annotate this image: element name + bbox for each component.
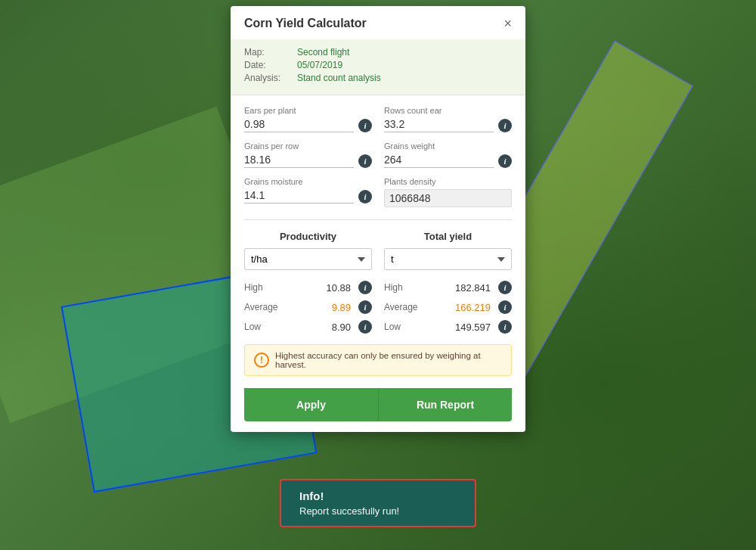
plants-density-input[interactable] (384, 189, 512, 207)
grains-moisture-value-row: i (244, 189, 372, 204)
notification-title: Info! (299, 489, 457, 502)
low-total-info-icon[interactable]: i (498, 320, 512, 334)
high-total-value: 182.841 (455, 282, 491, 294)
grains-per-row-group: Grains per row i (244, 141, 372, 168)
analysis-info-row: Analysis: Stand count analysis (244, 73, 512, 83)
average-total-value: 166.219 (455, 302, 491, 313)
date-value: 05/07/2019 (297, 60, 342, 70)
high-productivity-label: High (244, 282, 326, 293)
yield-headers: Productivity Total yield (244, 231, 512, 242)
info-notification: Info! Report succesfully run! (280, 479, 476, 527)
high-total-label: High (384, 282, 455, 293)
modal-info-section: Map: Second flight Date: 05/07/2019 Anal… (231, 39, 525, 95)
rows-count-ear-value-row: i (384, 118, 512, 132)
ears-per-plant-value-row: i (244, 118, 372, 132)
close-button[interactable]: × (503, 17, 512, 30)
grains-per-row-label: Grains per row (244, 141, 372, 151)
grains-weight-value-row: i (384, 154, 512, 168)
low-productivity-row: Low 8.90 i (244, 320, 372, 334)
high-productivity-value: 10.88 (326, 282, 351, 294)
apply-button[interactable]: Apply (244, 388, 378, 421)
average-productivity-value: 9.89 (332, 302, 351, 313)
fields-grid: Ears per plant i Rows count ear i (244, 106, 512, 207)
modal-body: Ears per plant i Rows count ear i (231, 95, 525, 432)
average-total-info-icon[interactable]: i (498, 300, 512, 314)
grains-moisture-group: Grains moisture i (244, 177, 372, 207)
high-total-row: High 182.841 i (384, 281, 512, 294)
low-total-row: Low 149.597 i (384, 320, 512, 334)
date-label: Date: (244, 60, 297, 70)
grains-moisture-info-icon[interactable]: i (358, 190, 372, 204)
ears-per-plant-info-icon[interactable]: i (358, 119, 372, 132)
analysis-value: Stand count analysis (297, 73, 381, 83)
average-total-row: Average 166.219 i (384, 300, 512, 314)
map-label: Map: (244, 47, 297, 57)
low-productivity-info-icon[interactable]: i (358, 320, 372, 334)
grains-weight-info-icon[interactable]: i (498, 154, 512, 168)
grains-weight-group: Grains weight i (384, 141, 512, 168)
productivity-header: Productivity (244, 231, 372, 242)
low-total-value: 149.597 (455, 322, 491, 333)
warning-icon: ! (254, 353, 269, 368)
high-total-info-icon[interactable]: i (498, 281, 512, 294)
average-productivity-row: Average 9.89 i (244, 300, 372, 314)
grains-per-row-value-row: i (244, 154, 372, 168)
average-total-label: Average (384, 302, 455, 312)
total-yield-header: Total yield (384, 231, 512, 242)
rows-count-ear-info-icon[interactable]: i (498, 119, 512, 132)
high-productivity-row: High 10.88 i (244, 281, 372, 294)
average-productivity-info-icon[interactable]: i (358, 300, 372, 314)
grains-weight-label: Grains weight (384, 141, 512, 151)
grains-moisture-label: Grains moisture (244, 177, 372, 186)
grains-moisture-input[interactable] (244, 189, 354, 204)
analysis-label: Analysis: (244, 73, 297, 83)
modal-title: Corn Yield Calculator (244, 17, 367, 30)
action-buttons: Apply Run Report (244, 388, 512, 421)
average-productivity-label: Average (244, 302, 332, 312)
run-report-button[interactable]: Run Report (378, 388, 512, 421)
modal-header: Corn Yield Calculator × (231, 6, 525, 39)
grains-weight-input[interactable] (384, 154, 494, 168)
total-yield-unit-select[interactable]: t kg lbs (384, 248, 512, 270)
yield-dropdowns: t/ha kg/ha bu/ac t kg lbs (244, 248, 512, 270)
low-productivity-label: Low (244, 322, 332, 332)
date-info-row: Date: 05/07/2019 (244, 60, 512, 70)
ears-per-plant-input[interactable] (244, 118, 354, 132)
low-productivity-value: 8.90 (332, 322, 351, 333)
plants-density-group: Plants density (384, 177, 512, 207)
yield-section: Productivity Total yield t/ha kg/ha bu/a… (244, 231, 512, 334)
notification-message: Report succesfully run! (299, 505, 457, 517)
divider (244, 219, 512, 220)
corn-yield-calculator-modal: Corn Yield Calculator × Map: Second flig… (231, 6, 525, 432)
plants-density-value-row (384, 189, 512, 207)
grains-per-row-input[interactable] (244, 154, 354, 168)
low-total-label: Low (384, 322, 455, 332)
accuracy-notice: ! Highest accuracy can only be ensured b… (244, 344, 512, 376)
modal-overlay: Corn Yield Calculator × Map: Second flig… (0, 0, 756, 550)
ears-per-plant-label: Ears per plant (244, 106, 372, 115)
accuracy-notice-text: Highest accuracy can only be ensured by … (275, 351, 502, 369)
plants-density-label: Plants density (384, 177, 512, 186)
high-productivity-info-icon[interactable]: i (358, 281, 372, 294)
map-info-row: Map: Second flight (244, 47, 512, 57)
rows-count-ear-input[interactable] (384, 118, 494, 132)
yield-data-rows: High 10.88 i High 182.841 i Average 9.89… (244, 281, 512, 334)
map-value: Second flight (297, 47, 349, 57)
productivity-unit-select[interactable]: t/ha kg/ha bu/ac (244, 248, 372, 270)
grains-per-row-info-icon[interactable]: i (358, 154, 372, 168)
rows-count-ear-label: Rows count ear (384, 106, 512, 115)
ears-per-plant-group: Ears per plant i (244, 106, 372, 132)
rows-count-ear-group: Rows count ear i (384, 106, 512, 132)
